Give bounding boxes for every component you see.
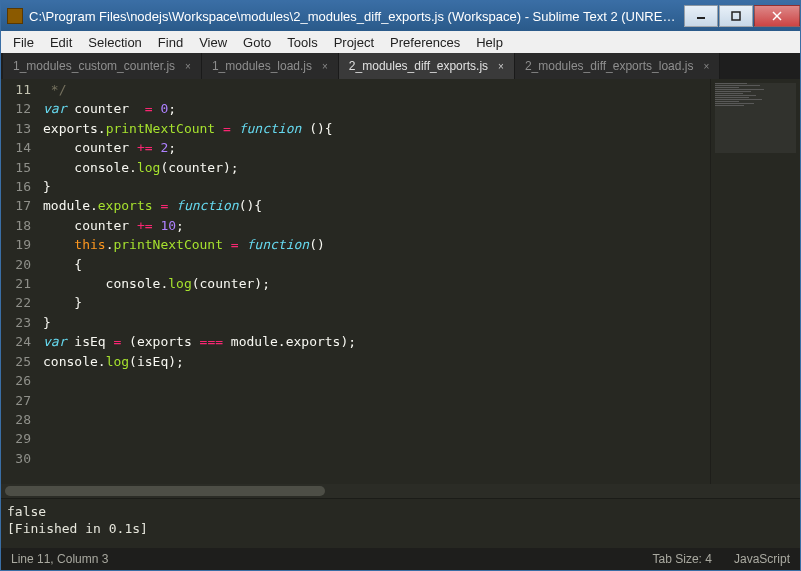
code-area[interactable]: */var counter = 0;exports.printNextCount… — [43, 79, 710, 484]
maximize-button[interactable] — [719, 5, 753, 27]
output-line: false — [7, 503, 794, 520]
tab-label: 1_modules_load.js — [212, 59, 312, 73]
output-line: [Finished in 0.1s] — [7, 520, 794, 537]
menu-preferences[interactable]: Preferences — [382, 33, 468, 52]
tab-file-1[interactable]: 1_modules_custom_counter.js× — [3, 53, 202, 79]
window-title: C:\Program Files\nodejs\Workspace\module… — [29, 9, 683, 24]
minimap[interactable] — [710, 79, 800, 484]
menu-selection[interactable]: Selection — [80, 33, 149, 52]
tab-file-2[interactable]: 1_modules_load.js× — [202, 53, 339, 79]
app-window: C:\Program Files\nodejs\Workspace\module… — [0, 0, 801, 571]
menu-tools[interactable]: Tools — [279, 33, 325, 52]
editor[interactable]: 1112131415161718192021222324252627282930… — [1, 79, 800, 484]
line-gutter[interactable]: 1112131415161718192021222324252627282930 — [1, 79, 43, 484]
scrollbar-thumb[interactable] — [5, 486, 325, 496]
editor-container: 1112131415161718192021222324252627282930… — [1, 79, 800, 548]
menu-bar: File Edit Selection Find View Goto Tools… — [1, 31, 800, 53]
close-button[interactable] — [754, 5, 800, 27]
minimap-viewport — [715, 83, 796, 153]
status-language[interactable]: JavaScript — [734, 552, 790, 566]
svg-rect-1 — [732, 12, 740, 20]
tab-label: 2_modules_diff_exports.js — [349, 59, 488, 73]
tab-file-3[interactable]: 2_modules_diff_exports.js× — [339, 53, 515, 79]
status-tab-size[interactable]: Tab Size: 4 — [653, 552, 712, 566]
tab-file-4[interactable]: 2_modules_diff_exports_load.js× — [515, 53, 720, 79]
menu-help[interactable]: Help — [468, 33, 511, 52]
minimize-button[interactable] — [684, 5, 718, 27]
status-cursor-pos[interactable]: Line 11, Column 3 — [11, 552, 108, 566]
close-icon[interactable]: × — [322, 61, 328, 72]
titlebar[interactable]: C:\Program Files\nodejs\Workspace\module… — [1, 1, 800, 31]
horizontal-scrollbar[interactable] — [1, 484, 800, 498]
menu-project[interactable]: Project — [326, 33, 382, 52]
build-output-panel[interactable]: false [Finished in 0.1s] — [1, 498, 800, 548]
menu-file[interactable]: File — [5, 33, 42, 52]
menu-view[interactable]: View — [191, 33, 235, 52]
close-icon[interactable]: × — [498, 61, 504, 72]
app-icon — [7, 8, 23, 24]
menu-goto[interactable]: Goto — [235, 33, 279, 52]
close-icon[interactable]: × — [703, 61, 709, 72]
tab-label: 1_modules_custom_counter.js — [13, 59, 175, 73]
window-controls — [683, 5, 800, 27]
status-bar: Line 11, Column 3 Tab Size: 4 JavaScript — [1, 548, 800, 570]
menu-find[interactable]: Find — [150, 33, 191, 52]
menu-edit[interactable]: Edit — [42, 33, 80, 52]
tab-label: 2_modules_diff_exports_load.js — [525, 59, 694, 73]
tab-row: 1_modules_custom_counter.js× 1_modules_l… — [1, 53, 800, 79]
close-icon[interactable]: × — [185, 61, 191, 72]
